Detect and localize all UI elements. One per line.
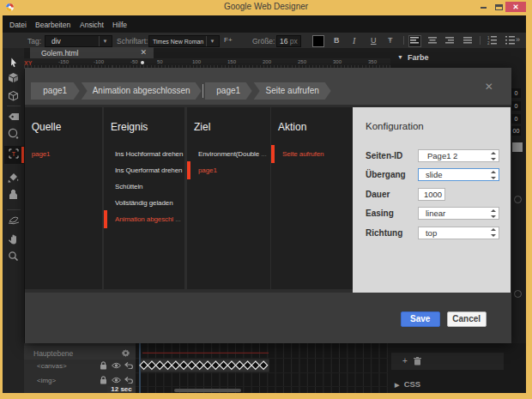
svg-text:T: T <box>12 150 16 158</box>
svg-text:2: 2 <box>487 41 490 45</box>
svg-text:1: 1 <box>487 36 490 40</box>
